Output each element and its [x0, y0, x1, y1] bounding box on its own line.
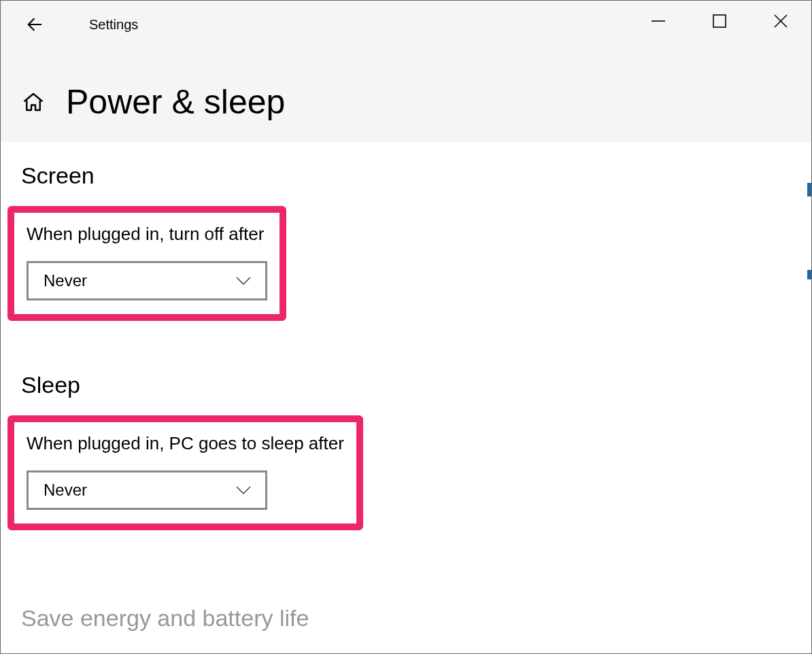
maximize-button[interactable] [689, 1, 750, 41]
app-title: Settings [89, 17, 138, 33]
save-energy-heading: Save energy and battery life [21, 605, 791, 632]
content-area: Screen When plugged in, turn off after N… [1, 142, 811, 632]
screen-setting-highlight: When plugged in, turn off after Never [7, 206, 286, 321]
window-edge-sliver [807, 183, 811, 196]
maximize-icon [712, 14, 727, 29]
window-controls [628, 1, 811, 41]
home-icon [21, 90, 46, 114]
sleep-plugged-label: When plugged in, PC goes to sleep after [27, 433, 344, 454]
minimize-button[interactable] [628, 1, 689, 41]
sleep-setting-highlight: When plugged in, PC goes to sleep after … [7, 415, 363, 530]
screen-plugged-label: When plugged in, turn off after [27, 224, 267, 245]
arrow-left-icon [25, 15, 44, 34]
sleep-section-heading: Sleep [21, 372, 791, 398]
sleep-timeout-value: Never [44, 481, 87, 500]
close-button[interactable] [750, 1, 811, 41]
chevron-down-icon [235, 485, 252, 495]
screen-timeout-value: Never [44, 271, 87, 290]
titlebar: Settings [1, 1, 811, 48]
window-edge-sliver [807, 270, 811, 279]
chevron-down-icon [235, 276, 252, 286]
page-title: Power & sleep [66, 82, 285, 122]
screen-section-heading: Screen [21, 162, 791, 189]
home-button[interactable] [21, 90, 46, 114]
svg-rect-1 [713, 15, 726, 27]
page-header: Power & sleep [1, 48, 811, 142]
sleep-timeout-dropdown[interactable]: Never [27, 470, 267, 510]
close-icon [773, 13, 789, 29]
back-button[interactable] [21, 11, 48, 38]
screen-timeout-dropdown[interactable]: Never [27, 261, 267, 300]
minimize-icon [650, 13, 666, 29]
